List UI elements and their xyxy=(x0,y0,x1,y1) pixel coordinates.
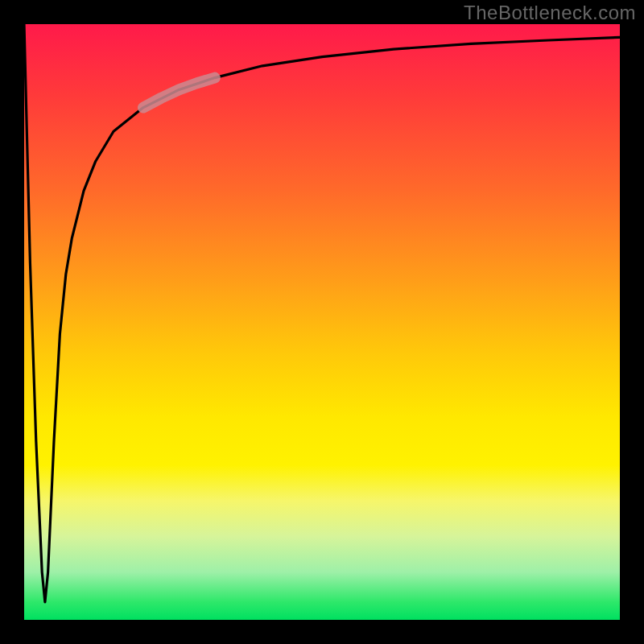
chart-root: TheBottleneck.com xyxy=(0,0,644,644)
curve-svg xyxy=(24,24,620,620)
plot-area xyxy=(24,24,620,620)
watermark-text: TheBottleneck.com xyxy=(464,2,636,24)
highlight-segment xyxy=(143,78,215,108)
bottleneck-curve xyxy=(24,24,620,602)
